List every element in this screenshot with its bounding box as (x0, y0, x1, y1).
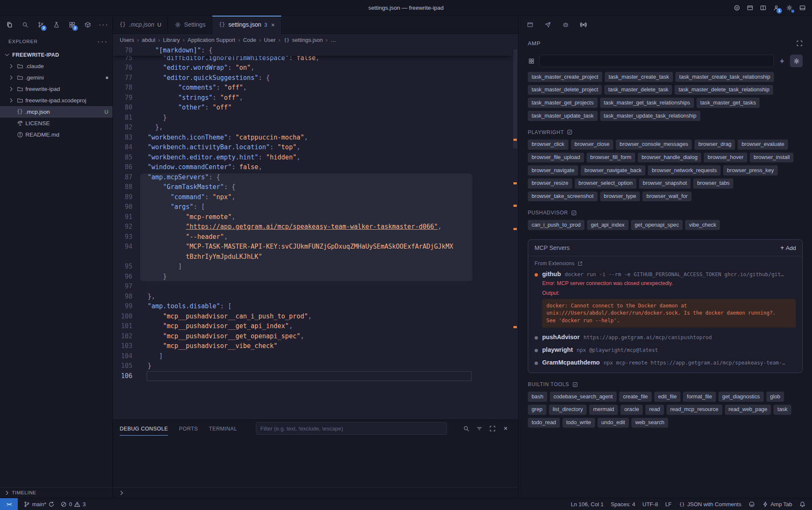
tool-chip[interactable]: browser_drag (694, 140, 735, 150)
tree-item[interactable]: .gemini (0, 72, 112, 83)
panel-tab-debug-console[interactable]: DEBUG CONSOLE (120, 422, 168, 436)
tool-chip[interactable]: vibe_check (685, 220, 720, 230)
tool-chip[interactable]: task_master_create_task (605, 72, 673, 82)
tab-.mcp.json[interactable]: {}.mcp.jsonU (113, 16, 168, 33)
tool-chip[interactable]: task_master_get_tasks (697, 98, 760, 108)
tool-chip[interactable]: browser_install (750, 153, 793, 163)
code-editor[interactable]: 70 "[markdown]": { 75 "diffEditor.ignore… (113, 46, 518, 420)
status-language-mode[interactable]: {}JSON with Comments (679, 501, 741, 507)
account-icon[interactable]: 1 (772, 4, 780, 12)
tool-chip[interactable]: grep (528, 405, 546, 415)
tool-chip[interactable]: format_file (683, 392, 716, 402)
panel-view-broadcast-icon[interactable] (578, 19, 589, 30)
editor-line[interactable]: 84"workbench.activityBar.location": "top… (113, 143, 518, 153)
editor-line[interactable]: 97 (113, 282, 518, 292)
tree-item[interactable]: README.md (0, 129, 112, 140)
split-editor-icon[interactable] (759, 4, 767, 12)
status-encoding[interactable]: UTF-8 (642, 501, 658, 507)
tool-chip[interactable]: read_web_page (725, 405, 771, 415)
editor-line[interactable]: 94 "MCP-TASK-MASTER-API-KEY:svCJUkmFUNZj… (113, 242, 518, 252)
panel-tab-terminal[interactable]: TERMINAL (209, 422, 237, 436)
editor-line[interactable]: 87"amp.mcpServers": { (113, 173, 518, 183)
panel-view-send-icon[interactable] (542, 19, 553, 30)
editor-line[interactable]: 103 "mcp__pushadvisor__vibe_check" (113, 341, 518, 351)
status-notifications[interactable] (799, 501, 806, 507)
tool-chip[interactable]: browser_press_key (723, 165, 778, 175)
tool-chip[interactable]: task_master_delete_task (604, 85, 672, 95)
status-cursor-position[interactable]: Ln 106, Col 1 (571, 501, 604, 507)
from-extensions-link[interactable]: From Extensions (535, 260, 796, 266)
breadcrumb-item[interactable]: Code (243, 37, 256, 43)
tool-chip[interactable]: task_master_update_task (528, 111, 598, 121)
tool-chip[interactable]: task_master_delete_task_relationship (675, 85, 773, 95)
fullscreen-icon[interactable] (796, 40, 803, 47)
mcp-server-row[interactable]: GramMcpauthdemonpx mcp-remote https://ap… (535, 355, 796, 367)
tool-chip[interactable]: get_api_index (587, 220, 628, 230)
editor-line[interactable]: 80 "other": "off" (113, 103, 518, 113)
amp-prompt-input[interactable] (539, 55, 774, 67)
tool-chip[interactable]: browser_evaluate (738, 140, 788, 150)
tree-item[interactable]: freewrite-ipad (0, 83, 112, 95)
tool-chip[interactable]: browser_click (528, 140, 568, 150)
tree-item[interactable]: LICENSE (0, 118, 112, 129)
activity-package-icon[interactable] (82, 19, 93, 31)
tool-chip[interactable]: browser_file_upload (528, 153, 584, 163)
mcp-server-row[interactable]: pushAdvisorhttps://app.getgram.ai/mcp/ca… (535, 329, 796, 342)
editor-line[interactable]: 99"amp.tools.disable": [ (113, 302, 518, 312)
filter-lines-icon[interactable] (476, 425, 483, 432)
filter-input[interactable] (256, 422, 447, 435)
tool-chip[interactable]: task_master_get_task_relationships (600, 98, 694, 108)
tool-chip[interactable]: task_master_update_task_relationship (600, 111, 700, 121)
tool-chip[interactable]: browser_snapshot (639, 178, 691, 189)
tree-item[interactable]: .claude (0, 60, 112, 72)
scrollbar-thumb[interactable] (513, 49, 517, 148)
activity-testing-flask-icon[interactable] (50, 19, 62, 31)
tool-chip[interactable]: task_master_create_project (528, 72, 602, 82)
breadcrumb-item[interactable]: Application Support (188, 37, 236, 43)
remote-indicator[interactable]: >< (0, 498, 18, 510)
status-amp-tab[interactable]: Amp Tab (762, 501, 792, 507)
checkbox-icon[interactable] (567, 129, 573, 135)
breadcrumb-item[interactable]: User (264, 37, 275, 43)
activity-more-icon[interactable]: ··· (97, 19, 109, 31)
breadcrumb-item[interactable]: {}settings.json (283, 36, 323, 43)
editor-line[interactable]: 82 }, (113, 123, 518, 133)
tool-chip[interactable]: browser_network_requests (648, 165, 721, 175)
tool-chip[interactable]: browser_console_messages (616, 140, 692, 150)
editor-line[interactable]: tBzhrIyYmJpduLKJhLK" (113, 252, 518, 262)
editor-line[interactable]: 79 "strings": "off", (113, 93, 518, 103)
tool-chip[interactable]: list_directory (549, 405, 587, 415)
close-icon[interactable]: × (271, 21, 275, 28)
editor-line[interactable]: 93 "--header", (113, 232, 518, 242)
panel-view-window-icon[interactable] (524, 19, 535, 30)
tool-chip[interactable]: browser_navigate_back (581, 165, 645, 175)
editor-line[interactable]: 78 "comments": "off", (113, 83, 518, 93)
tree-item[interactable]: freewrite-ipad.xcodeproj (0, 95, 112, 106)
panel-view-robot-icon[interactable] (560, 19, 571, 30)
editor-line[interactable]: 81 } (113, 113, 518, 123)
editor-line[interactable]: 98}, (113, 292, 518, 302)
breadcrumb-item[interactable]: … (330, 37, 336, 43)
editor-line[interactable]: 83"workbench.iconTheme": "catppuccin-moc… (113, 133, 518, 143)
editor-line[interactable]: 90 "args": [ (113, 202, 518, 212)
activity-extensions-icon[interactable]: 2 (66, 19, 78, 31)
tool-chip[interactable]: browser_navigate (528, 165, 578, 175)
editor-line[interactable]: 92 "https://app.getgram.ai/mcp/speakeasy… (113, 222, 518, 232)
tool-chip[interactable]: edit_file (654, 392, 680, 402)
problems-status[interactable]: 0 3 (60, 501, 85, 507)
tool-chip[interactable]: browser_close (571, 140, 614, 150)
tool-chip[interactable]: undo_edit (598, 418, 629, 428)
breadcrumb-item[interactable]: Users (120, 37, 134, 43)
activity-source-control-icon[interactable]: 2 (35, 19, 47, 31)
tool-chip[interactable]: read (645, 405, 664, 415)
tool-chip[interactable]: glob (766, 392, 784, 402)
tool-chip[interactable]: codebase_search_agent (550, 392, 617, 402)
tool-chip[interactable]: task_master_create_task_relationship (675, 72, 774, 82)
tool-chip[interactable]: mermaid (589, 405, 618, 415)
tool-chip[interactable]: todo_read (528, 418, 560, 428)
tool-chip[interactable]: web_search (631, 418, 668, 428)
editor-line[interactable]: 89 "command": "npx", (113, 192, 518, 203)
add-server-button[interactable]: + Add (780, 245, 796, 251)
editor-line[interactable]: 86"window.commandCenter": false, (113, 162, 518, 173)
breadcrumb-item[interactable]: Library (163, 37, 180, 43)
